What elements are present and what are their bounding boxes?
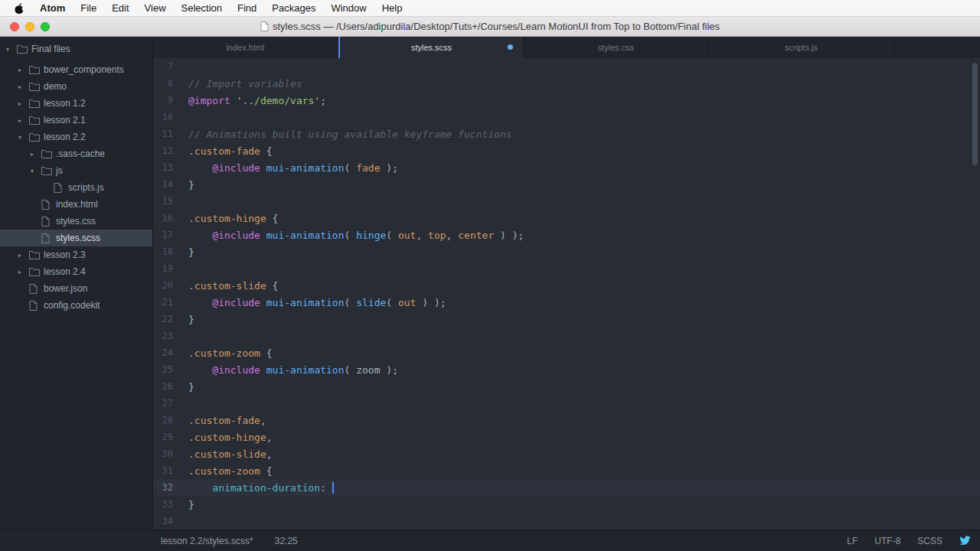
tree-item-bower.json[interactable]: bower.json — [0, 280, 152, 297]
line-number: 27 — [153, 398, 188, 409]
code-line-24[interactable]: 24.custom-zoom { — [153, 344, 980, 361]
chevron-down-icon[interactable]: ▾ — [31, 168, 41, 174]
tree-item-bower-components[interactable]: ▸bower_components — [0, 61, 152, 78]
status-cursor-position[interactable]: 32:25 — [275, 536, 298, 546]
menu-atom[interactable]: Atom — [32, 2, 73, 14]
chevron-right-icon[interactable]: ▸ — [18, 269, 29, 276]
chevron-right-icon[interactable]: ▸ — [18, 83, 29, 90]
scrollbar-thumb[interactable] — [972, 63, 978, 165]
chevron-right-icon[interactable]: ▸ — [31, 151, 41, 158]
tab-styles.scss[interactable]: styles.scss — [338, 37, 524, 58]
line-number: 15 — [153, 196, 188, 207]
editor[interactable]: 78// Import variables9@import '../demo/v… — [153, 58, 980, 530]
menu-edit[interactable]: Edit — [104, 2, 136, 14]
tree-item-index.html[interactable]: index.html — [0, 196, 152, 213]
code-line-13[interactable]: 13 @include mui-animation( fade ); — [153, 159, 980, 176]
tree-item-styles.css[interactable]: styles.css — [0, 213, 152, 230]
line-number: 14 — [153, 179, 188, 190]
line-number: 31 — [153, 465, 188, 476]
code-line-21[interactable]: 21 @include mui-animation( slide( out ) … — [153, 294, 980, 311]
tree-item-styles.scss[interactable]: styles.scss — [0, 230, 152, 246]
chevron-right-icon[interactable]: ▸ — [18, 117, 29, 124]
code-line-20[interactable]: 20.custom-slide { — [153, 277, 980, 294]
code-line-27[interactable]: 27 — [153, 395, 980, 412]
code-line-16[interactable]: 16.custom-hinge { — [153, 210, 980, 227]
code-line-15[interactable]: 15 — [153, 193, 980, 210]
chevron-down-icon[interactable]: ▾ — [6, 46, 17, 53]
code-line-14[interactable]: 14} — [153, 176, 980, 193]
title-bar[interactable]: styles.scss — /Users/adipurdila/Desktop/… — [0, 17, 980, 37]
chevron-right-icon[interactable]: ▸ — [18, 100, 29, 107]
tree-item-final-files[interactable]: ▾Final files — [0, 41, 152, 57]
menu-help[interactable]: Help — [374, 2, 410, 14]
status-file-path[interactable]: lesson 2.2/styles.scss* — [161, 536, 253, 546]
tree-item-.sass-cache[interactable]: ▸.sass-cache — [0, 145, 152, 162]
tab-index.html[interactable]: index.html — [153, 37, 338, 58]
code-line-8[interactable]: 8// Import variables — [153, 75, 980, 92]
file-icon — [29, 301, 42, 311]
line-number: 32 — [153, 482, 188, 493]
code-line-12[interactable]: 12.custom-fade { — [153, 142, 980, 159]
code-text: .custom-slide { — [188, 280, 980, 292]
code-line-34[interactable]: 34 — [153, 513, 980, 530]
chevron-down-icon[interactable]: ▾ — [18, 134, 29, 141]
code-text: // Import variables — [188, 78, 980, 90]
code-line-31[interactable]: 31.custom-zoom { — [153, 462, 980, 479]
package-bird-icon[interactable] — [959, 536, 971, 546]
text-cursor — [332, 482, 334, 494]
close-button[interactable] — [10, 22, 19, 31]
code-line-26[interactable]: 26} — [153, 378, 980, 395]
tree-item-lesson-2.1[interactable]: ▸lesson 2.1 — [0, 112, 152, 129]
menu-file[interactable]: File — [73, 2, 104, 14]
menu-view[interactable]: View — [137, 2, 174, 14]
tree-item-lesson-2.2[interactable]: ▾lesson 2.2 — [0, 129, 152, 145]
menu-bar: AtomFileEditViewSelectionFindPackagesWin… — [0, 0, 980, 17]
chevron-right-icon[interactable]: ▸ — [18, 67, 29, 73]
code-line-32[interactable]: 32 animation-duration: — [153, 479, 980, 496]
code-text: .custom-zoom { — [188, 347, 980, 359]
apple-icon — [14, 2, 24, 15]
tree-item-lesson-2.3[interactable]: ▸lesson 2.3 — [0, 246, 152, 263]
line-number: 10 — [153, 112, 188, 122]
file-tree: ▾Final files▸bower_components▸demo▸lesso… — [0, 41, 152, 314]
line-number: 25 — [153, 364, 188, 375]
code-line-11[interactable]: 11// Animations built using available ke… — [153, 126, 980, 142]
code-line-17[interactable]: 17 @include mui-animation( hinge( out, t… — [153, 227, 980, 243]
code-line-28[interactable]: 28.custom-fade, — [153, 412, 980, 429]
tree-item-js[interactable]: ▾js — [0, 162, 152, 179]
code-line-23[interactable]: 23 — [153, 328, 980, 344]
menu-packages[interactable]: Packages — [264, 2, 323, 14]
tree-item-scripts.js[interactable]: scripts.js — [0, 179, 152, 196]
tree-item-label: Final files — [31, 44, 70, 54]
folder-icon — [29, 99, 42, 108]
menu-find[interactable]: Find — [230, 2, 264, 14]
line-number: 28 — [153, 415, 188, 425]
menu-selection[interactable]: Selection — [174, 2, 230, 14]
tab-styles.css[interactable]: styles.css — [524, 37, 709, 58]
code-text: .custom-zoom { — [188, 465, 980, 477]
code-line-29[interactable]: 29.custom-hinge, — [153, 429, 980, 445]
code-line-33[interactable]: 33} — [153, 496, 980, 513]
code-line-7[interactable]: 7 — [153, 58, 980, 75]
menu-window[interactable]: Window — [323, 2, 374, 14]
apple-menu[interactable] — [0, 2, 32, 15]
tree-item-config.codekit[interactable]: config.codekit — [0, 297, 152, 314]
code-line-22[interactable]: 22} — [153, 311, 980, 328]
status-grammar[interactable]: SCSS — [917, 536, 942, 546]
tab-scripts.js[interactable]: scripts.js — [709, 37, 894, 58]
code-line-9[interactable]: 9@import '../demo/vars'; — [153, 92, 980, 109]
code-line-25[interactable]: 25 @include mui-animation( zoom ); — [153, 361, 980, 378]
tree-item-demo[interactable]: ▸demo — [0, 78, 152, 95]
minimize-button[interactable] — [25, 22, 34, 31]
code-line-10[interactable]: 10 — [153, 109, 980, 126]
tree-item-lesson-2.4[interactable]: ▸lesson 2.4 — [0, 263, 152, 280]
status-encoding[interactable]: UTF-8 — [874, 536, 900, 546]
code-line-19[interactable]: 19 — [153, 260, 980, 277]
tree-item-lesson-1.2[interactable]: ▸lesson 1.2 — [0, 95, 152, 112]
status-line-ending[interactable]: LF — [847, 536, 858, 546]
code-line-18[interactable]: 18} — [153, 243, 980, 260]
code-line-30[interactable]: 30.custom-slide, — [153, 445, 980, 462]
chevron-right-icon[interactable]: ▸ — [18, 252, 29, 259]
zoom-button[interactable] — [41, 22, 50, 31]
folder-icon — [29, 82, 42, 91]
